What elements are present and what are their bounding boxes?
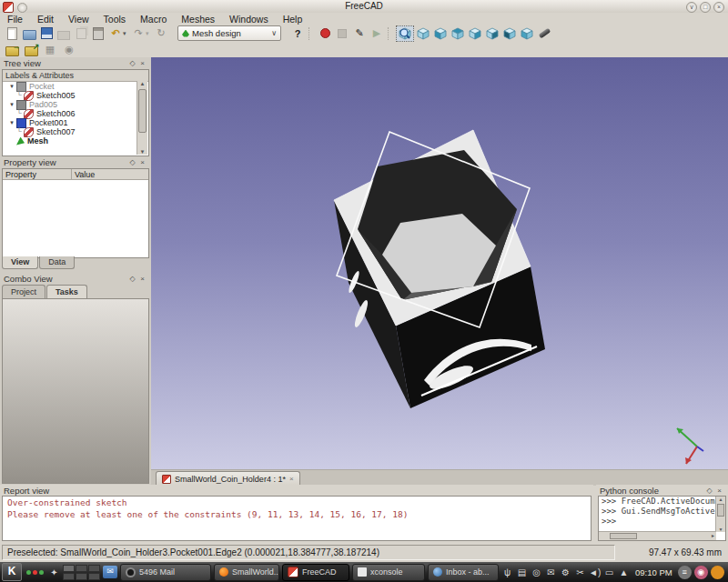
- value-column-header[interactable]: Value: [72, 169, 148, 180]
- mesh-inspect-button[interactable]: ◉: [61, 43, 77, 57]
- scroll-up-icon[interactable]: ▲: [137, 81, 147, 86]
- axonometric-view-button[interactable]: [415, 26, 431, 41]
- scroll-right-icon[interactable]: ►: [711, 533, 715, 538]
- workbench-selector[interactable]: Mesh design ∨: [177, 25, 281, 41]
- taskbar-button-freecad[interactable]: FreeCAD: [282, 564, 349, 581]
- close-button[interactable]: ×: [713, 2, 724, 13]
- menu-file[interactable]: File: [0, 14, 30, 25]
- new-document-button[interactable]: [4, 26, 20, 41]
- scroll-thumb[interactable]: [717, 504, 724, 517]
- speaker-tray-icon[interactable]: ◄): [589, 567, 601, 577]
- redo-dropdown-icon[interactable]: ▾: [146, 30, 152, 37]
- close-panel-icon[interactable]: ×: [714, 487, 724, 495]
- rear-view-button[interactable]: [484, 26, 500, 41]
- tree-item-sketch005[interactable]: └ Sketch005: [3, 91, 148, 100]
- 3d-viewport[interactable]: [151, 57, 728, 469]
- report-view-body[interactable]: Over-constrained sketch Please remove at…: [2, 496, 592, 541]
- document-tab[interactable]: SmallWorld_Coin_Holder4 : 1* ×: [156, 471, 300, 486]
- taskbar-button-mail[interactable]: 5496 Mail: [120, 564, 211, 581]
- right-view-button[interactable]: [467, 26, 483, 41]
- tree-item-pocket[interactable]: ▾ Pocket: [3, 82, 148, 91]
- float-panel-icon[interactable]: ◇: [127, 59, 137, 67]
- mesh-info-button[interactable]: ▦: [42, 43, 58, 57]
- star-applet-icon[interactable]: ✦: [48, 567, 60, 577]
- left-view-button[interactable]: [519, 26, 535, 41]
- scroll-thumb[interactable]: [138, 89, 147, 133]
- fit-all-button[interactable]: [396, 25, 414, 42]
- gear-tray-icon[interactable]: ⚙: [560, 567, 571, 577]
- k-menu-button[interactable]: K: [2, 563, 22, 581]
- copy-button[interactable]: [73, 26, 89, 41]
- print-button[interactable]: [56, 26, 72, 41]
- close-tab-icon[interactable]: ×: [289, 475, 294, 483]
- tree-scrollbar[interactable]: ▲ ▼: [136, 81, 147, 155]
- disc-tray-icon[interactable]: ◎: [531, 567, 542, 577]
- refresh-button[interactable]: ↻: [153, 26, 169, 41]
- tab-tasks[interactable]: Tasks: [46, 285, 87, 299]
- tab-data[interactable]: Data: [39, 256, 75, 269]
- maximize-button[interactable]: □: [700, 2, 711, 13]
- tree-item-pad005[interactable]: ▾ Pad005: [3, 100, 148, 109]
- tree-item-sketch006[interactable]: └ Sketch006: [3, 109, 148, 118]
- python-console-body[interactable]: >>> FreeCAD.ActiveDocum >>> Gui.SendMsgT…: [598, 496, 726, 541]
- macro-record-button[interactable]: [317, 26, 333, 41]
- tree-item-sketch007[interactable]: └ Sketch007: [3, 127, 148, 136]
- menu-windows[interactable]: Windows: [222, 14, 276, 25]
- macro-stop-button[interactable]: [334, 26, 350, 41]
- expander-icon[interactable]: ▾: [8, 118, 15, 127]
- paste-button[interactable]: [90, 26, 106, 41]
- tab-view[interactable]: View: [2, 256, 38, 269]
- title-bar[interactable]: FreeCAD ∨ □ ×: [0, 0, 728, 14]
- stacked-disks-icon[interactable]: ≡: [678, 566, 692, 579]
- console-vscrollbar[interactable]: ▲ ▼: [715, 497, 725, 532]
- top-view-button[interactable]: [450, 26, 466, 41]
- status-dots-applet[interactable]: [25, 570, 46, 575]
- scroll-down-icon[interactable]: ▼: [716, 527, 725, 532]
- bottom-view-button[interactable]: [501, 26, 518, 41]
- desktop-cell[interactable]: [88, 573, 100, 580]
- save-button[interactable]: [38, 26, 55, 41]
- desktop-cell[interactable]: [63, 565, 75, 572]
- import-mesh-button[interactable]: →: [4, 43, 20, 57]
- scroll-thumb[interactable]: [610, 533, 637, 539]
- desktop-cell[interactable]: [63, 573, 75, 580]
- expander-icon[interactable]: ▾: [8, 100, 15, 109]
- partial-app-icon[interactable]: [711, 566, 724, 579]
- close-panel-icon[interactable]: ×: [137, 275, 147, 283]
- measure-button[interactable]: [536, 26, 552, 41]
- taskbar-button-xconsole[interactable]: xconsole: [352, 564, 425, 581]
- tray-expand-icon[interactable]: ▲: [618, 567, 630, 577]
- scroll-up-icon[interactable]: ▲: [716, 497, 725, 502]
- close-panel-icon[interactable]: ×: [137, 158, 147, 166]
- expander-icon[interactable]: ▾: [8, 82, 15, 91]
- tab-project[interactable]: Project: [2, 285, 46, 299]
- desktop-pager[interactable]: [63, 565, 100, 580]
- mail-launcher-icon[interactable]: ✉: [103, 566, 117, 578]
- usb-tray-icon[interactable]: ψ: [501, 567, 513, 577]
- taskbar-button-inbox[interactable]: Inbox - ab...: [428, 564, 499, 581]
- float-panel-icon[interactable]: ◇: [127, 275, 137, 283]
- 3d-model[interactable]: [151, 57, 728, 469]
- console-hscrollbar[interactable]: ►: [599, 531, 716, 540]
- note-tray-icon[interactable]: ▤: [516, 567, 528, 577]
- tree-item-mesh[interactable]: Mesh: [3, 136, 148, 146]
- front-view-button[interactable]: [432, 26, 449, 41]
- redo-button[interactable]: ↷: [130, 26, 147, 41]
- scissors-tray-icon[interactable]: ✂: [574, 567, 586, 577]
- open-document-button[interactable]: [21, 26, 37, 41]
- undo-button[interactable]: ↶: [107, 26, 124, 41]
- menu-meshes[interactable]: Meshes: [174, 14, 222, 25]
- macro-edit-button[interactable]: ✎: [351, 26, 368, 41]
- menu-help[interactable]: Help: [276, 14, 310, 25]
- monitor-tray-icon[interactable]: ▭: [603, 567, 615, 577]
- desktop-cell[interactable]: [88, 565, 100, 572]
- clock[interactable]: 09:10 PM: [632, 567, 675, 577]
- whats-this-button[interactable]: ?: [289, 26, 306, 41]
- float-panel-icon[interactable]: ◇: [127, 158, 137, 166]
- taskbar-button-browser[interactable]: SmallWorld...: [214, 564, 279, 581]
- menu-view[interactable]: View: [61, 14, 96, 25]
- undo-dropdown-icon[interactable]: ▾: [123, 30, 129, 37]
- chat-icon[interactable]: ◉: [694, 566, 708, 579]
- close-panel-icon[interactable]: ×: [137, 59, 147, 67]
- property-column-header[interactable]: Property: [3, 169, 72, 180]
